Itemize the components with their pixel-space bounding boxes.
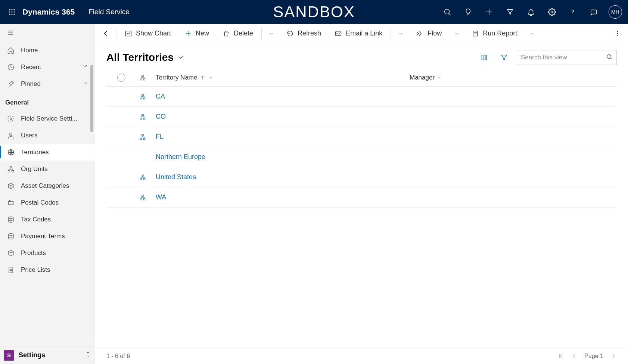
sidebar-scrollbar[interactable] [90, 65, 93, 132]
email-dropdown[interactable] [394, 26, 407, 41]
show-chart-button[interactable]: Show Chart [119, 26, 176, 41]
area-switcher[interactable]: S Settings [0, 346, 95, 364]
app-launcher-icon[interactable] [3, 9, 21, 15]
sidebar-item-org-units[interactable]: Org Units [0, 161, 95, 177]
help-icon[interactable] [567, 6, 579, 18]
sidebar-item-payment-terms[interactable]: Payment Terms [0, 228, 95, 245]
refresh-button[interactable]: Refresh [281, 26, 326, 41]
select-all[interactable] [113, 74, 130, 82]
email-link-button[interactable]: Email a Link [329, 26, 388, 41]
chevron-down-icon[interactable] [82, 80, 88, 88]
column-label: Territory Name [156, 74, 197, 81]
svg-point-0 [9, 9, 10, 10]
sidebar-item-pinned[interactable]: Pinned [0, 75, 95, 92]
search-box[interactable] [517, 50, 617, 65]
svg-point-5 [13, 11, 15, 12]
svg-point-2 [13, 9, 15, 10]
svg-point-40 [617, 35, 618, 36]
territory-link[interactable]: Northern Europe [156, 153, 205, 161]
sidebar-toggle-icon[interactable] [0, 24, 95, 42]
svg-line-45 [610, 58, 612, 59]
database-icon [7, 232, 15, 240]
report-dropdown[interactable] [525, 26, 539, 41]
hierarchy-icon[interactable] [130, 194, 156, 201]
table-row[interactable]: FL [106, 127, 617, 147]
next-page-icon[interactable] [610, 353, 617, 360]
gear-icon[interactable] [546, 6, 558, 18]
first-page-icon[interactable] [557, 353, 564, 360]
mail-icon [335, 30, 342, 37]
chevron-down-icon [208, 75, 213, 80]
delete-dropdown[interactable] [265, 26, 278, 41]
table-row[interactable]: CA [106, 87, 617, 107]
flow-button[interactable]: Flow [410, 26, 447, 41]
lightbulb-icon[interactable] [462, 6, 474, 18]
svg-point-39 [617, 33, 618, 34]
hierarchy-icon[interactable] [130, 93, 156, 100]
territory-link[interactable]: CA [156, 93, 165, 100]
brand-label[interactable]: Dynamics 365 [22, 7, 75, 16]
hierarchy-icon[interactable] [130, 113, 156, 120]
search-icon[interactable] [606, 53, 613, 62]
hierarchy-icon [7, 165, 15, 173]
filter-icon[interactable] [504, 6, 516, 18]
svg-point-1 [11, 9, 12, 10]
flow-dropdown[interactable] [450, 26, 463, 41]
territory-link[interactable]: United States [156, 173, 196, 181]
delete-button[interactable]: Delete [217, 26, 258, 41]
column-manager[interactable]: Manager [410, 74, 441, 81]
plus-icon [184, 30, 192, 37]
sidebar-item-field-service-settings[interactable]: Field Service Setti... [0, 110, 95, 127]
main-content: Show Chart New Delete Refresh Email a Li… [95, 24, 628, 364]
filter-icon[interactable] [497, 50, 512, 65]
sidebar-item-label: Home [21, 47, 38, 54]
record-count: 1 - 6 of 6 [106, 353, 130, 360]
svg-rect-26 [8, 201, 13, 204]
sidebar-item-postal-codes[interactable]: Postal Codes [0, 194, 95, 211]
chevron-down-icon[interactable] [82, 63, 88, 71]
search-icon[interactable] [441, 6, 453, 18]
territory-link[interactable]: CO [156, 113, 166, 121]
gear-icon [7, 115, 15, 123]
sidebar-item-users[interactable]: Users [0, 127, 95, 144]
back-button[interactable] [98, 26, 113, 41]
search-input[interactable] [521, 54, 606, 61]
module-label[interactable]: Field Service [88, 8, 130, 16]
user-avatar[interactable]: MH [609, 5, 622, 19]
territory-link[interactable]: FL [156, 133, 164, 141]
flow-icon [416, 30, 424, 37]
sidebar-item-asset-categories[interactable]: Asset Categories [0, 177, 95, 194]
sidebar-item-label: Postal Codes [21, 199, 59, 206]
sidebar-item-price-lists[interactable]: Price Lists [0, 261, 95, 278]
edit-columns-icon[interactable] [476, 50, 491, 65]
sidebar-item-home[interactable]: Home [0, 42, 95, 59]
add-icon[interactable] [483, 6, 495, 18]
territory-link[interactable]: WA [156, 193, 166, 201]
hierarchy-icon[interactable] [130, 134, 156, 140]
sidebar-item-label: Products [21, 249, 46, 257]
home-icon [7, 46, 15, 55]
column-territory-name[interactable]: Territory Name [156, 74, 410, 81]
refresh-icon [286, 30, 294, 37]
bell-icon[interactable] [525, 6, 537, 18]
table-row[interactable]: WA [106, 187, 617, 208]
table-row[interactable]: Northern Europe [106, 147, 617, 167]
table-row[interactable]: CO [106, 107, 617, 127]
sidebar-item-tax-codes[interactable]: Tax Codes [0, 211, 95, 228]
svg-point-14 [572, 14, 573, 14]
prev-page-icon[interactable] [571, 353, 578, 360]
view-selector[interactable]: All Territories [106, 52, 184, 63]
grid-footer: 1 - 6 of 6 Page 1 [95, 348, 628, 364]
command-bar: Show Chart New Delete Refresh Email a Li… [95, 24, 628, 43]
sidebar-item-territories[interactable]: Territories [0, 144, 95, 161]
sidebar-item-recent[interactable]: Recent [0, 59, 95, 75]
run-report-button[interactable]: Run Report [466, 26, 522, 41]
more-commands-icon[interactable] [610, 26, 625, 41]
svg-point-8 [13, 13, 15, 15]
table-row[interactable]: United States [106, 167, 617, 187]
new-button[interactable]: New [179, 26, 214, 41]
hierarchy-icon[interactable] [130, 174, 156, 181]
assistant-icon[interactable] [588, 6, 600, 18]
sidebar-item-products[interactable]: Products [0, 245, 95, 261]
svg-point-6 [9, 13, 10, 15]
